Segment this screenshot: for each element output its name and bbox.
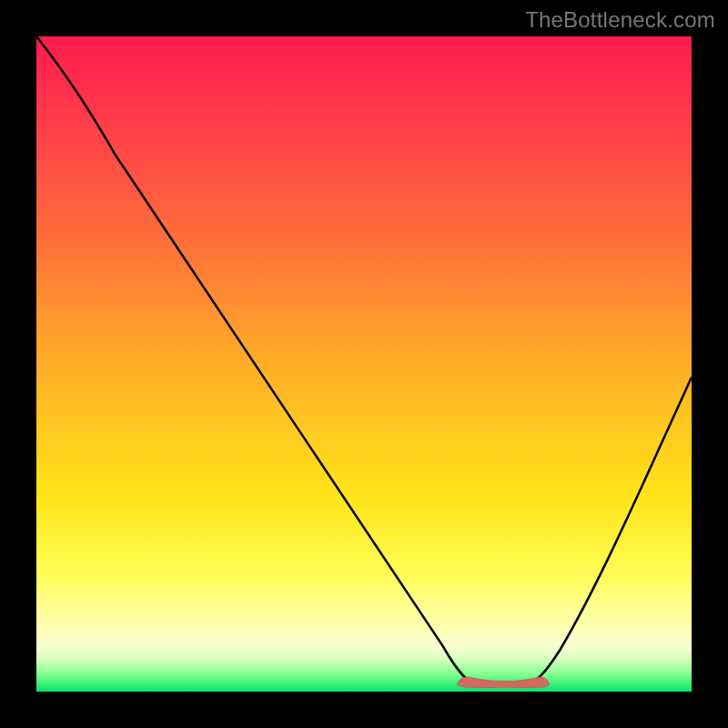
optimal-zone-marker (457, 677, 550, 688)
heatmap-background (36, 36, 692, 692)
chart-svg (36, 36, 692, 692)
bottleneck-curve (36, 36, 692, 684)
chart-frame: TheBottleneck.com (0, 0, 728, 728)
watermark-text: TheBottleneck.com (525, 7, 715, 33)
